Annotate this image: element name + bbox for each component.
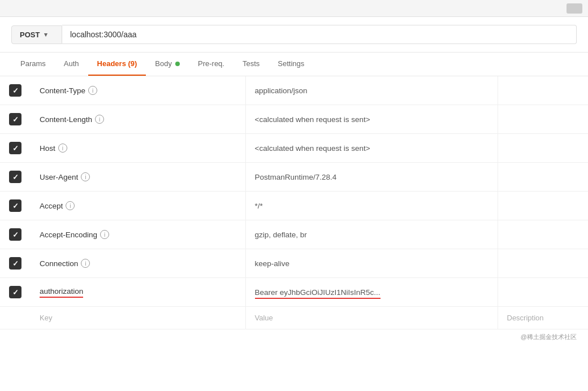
method-selector[interactable]: POST ▾ [11,25,62,44]
checkmark-icon: ✓ [12,202,19,210]
checkbox-host[interactable]: ✓ [9,142,21,154]
key-text: Content-Length [40,115,92,124]
key-text: Host [40,144,55,153]
key-placeholder: Key [40,314,52,322]
tab-auth-label: Auth [64,59,79,68]
info-icon[interactable]: i [88,86,97,95]
checkbox-authorization[interactable]: ✓ [9,286,21,298]
table-row: ✓ Content-Length i <calculated when requ… [0,105,588,134]
tab-params[interactable]: Params [11,53,55,76]
table-row: ✓ Host i <calculated when request is sen… [0,134,588,163]
checkbox-content-length[interactable]: ✓ [9,113,21,125]
tabs-bar: Params Auth Headers (9) Body Pre-req. Te… [0,53,588,76]
key-label: Connection i [40,259,236,268]
table-row: ✓ Connection i keep-alive [0,249,588,278]
key-label: Accept i [40,201,236,210]
key-label: Content-Length i [40,115,236,124]
checkmark-icon: ✓ [12,173,19,181]
headers-table: ✓ Content-Type i application/json ✓ [0,76,588,329]
checkmark-icon: ✓ [12,288,19,297]
watermark-text: @稀土掘金技术社区 [521,333,577,340]
info-icon[interactable]: i [95,115,104,124]
value-text: <calculated when request is sent> [255,144,370,153]
tab-headers[interactable]: Headers (9) [88,53,146,76]
key-label: Content-Type i [40,86,236,95]
table-row: ✓ Accept-Encoding i gzip, deflate, br [0,220,588,249]
tab-settings[interactable]: Settings [269,53,313,76]
info-icon[interactable]: i [81,172,90,181]
tab-body[interactable]: Body [146,53,189,76]
tab-prereq[interactable]: Pre-req. [189,53,234,76]
key-label: authorization [40,287,236,298]
checkbox-connection[interactable]: ✓ [9,257,21,270]
value-placeholder: Value [255,314,273,322]
authorization-key-text: authorization [40,287,83,298]
tab-settings-label: Settings [278,59,304,68]
chevron-down-icon: ▾ [44,31,47,38]
checkbox-accept-encoding[interactable]: ✓ [9,228,21,241]
top-bar-button[interactable] [567,3,582,14]
footer-row: Key Value Description [0,307,588,329]
checkmark-icon: ✓ [12,144,19,153]
key-text: Accept [40,202,63,210]
info-icon[interactable]: i [58,144,67,153]
authorization-value-text: Bearer eyJhbGciOiJIUzI1NiIsInR5c... [255,288,381,299]
checkmark-icon: ✓ [12,259,19,268]
table-row: ✓ Accept i */* [0,192,588,220]
url-input[interactable] [62,25,577,44]
value-text: keep-alive [255,259,290,268]
value-text: gzip, deflate, br [255,231,307,239]
value-text: PostmanRuntime/7.28.4 [255,173,337,181]
table-row-authorization: ✓ authorization Bearer eyJhbGciOiJIUzI1N… [0,278,588,307]
table-row: ✓ User-Agent i PostmanRuntime/7.28.4 [0,163,588,192]
key-text: Accept-Encoding [40,231,97,239]
checkbox-user-agent[interactable]: ✓ [9,171,21,183]
key-text: Connection [40,259,78,268]
key-text: User-Agent [40,173,78,181]
table-row: ✓ Content-Type i application/json [0,76,588,105]
checkmark-icon: ✓ [12,231,19,239]
desc-placeholder: Description [507,314,544,322]
watermark: @稀土掘金技术社区 [0,329,588,345]
checkbox-content-type[interactable]: ✓ [9,84,21,97]
body-dot-icon [175,62,180,66]
url-bar: POST ▾ [0,17,588,53]
checkbox-accept[interactable]: ✓ [9,199,21,212]
tab-headers-label: Headers (9) [97,59,137,68]
info-icon[interactable]: i [81,259,90,268]
info-icon[interactable]: i [66,201,75,210]
value-text: <calculated when request is sent> [255,115,370,124]
tab-tests[interactable]: Tests [234,53,269,76]
info-icon[interactable]: i [100,230,109,239]
value-text: */* [255,202,263,210]
tab-prereq-label: Pre-req. [198,59,224,68]
tab-params-label: Params [20,59,46,68]
key-label: Host i [40,144,236,153]
tab-tests-label: Tests [243,59,260,68]
value-text: application/json [255,86,308,95]
tab-auth[interactable]: Auth [55,53,88,76]
key-label: User-Agent i [40,172,236,181]
key-label: Accept-Encoding i [40,230,236,239]
tab-body-label: Body [155,59,172,68]
checkmark-icon: ✓ [12,86,19,95]
method-label: POST [20,31,40,39]
key-text: Content-Type [40,86,85,95]
top-bar [0,0,588,17]
checkmark-icon: ✓ [12,115,19,124]
